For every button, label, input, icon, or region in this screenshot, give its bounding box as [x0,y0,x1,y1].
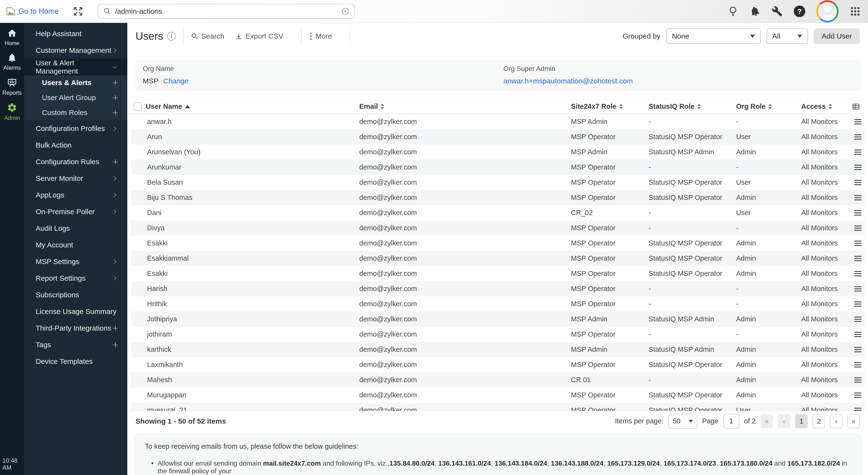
table-row[interactable]: myesuraj_21 demo@zylker.com MSP Operator… [131,403,865,411]
select-all-checkbox[interactable] [133,102,142,111]
row-menu-icon[interactable] [854,240,862,247]
add-user-button[interactable]: Add User [814,28,860,44]
search-button[interactable]: Search [191,32,224,40]
column-chooser-icon[interactable] [851,102,860,111]
table-row[interactable]: Arun demo@zylker.com MSP Operator Status… [131,129,865,145]
row-menu-icon[interactable] [854,361,862,369]
column-access[interactable]: Access [797,102,847,110]
rail-item-reports[interactable]: Reports [2,77,22,96]
sidebar-item-tags[interactable]: Tags + [24,336,127,353]
table-row[interactable]: Esakki demo@zylker.com MSP Operator Stat… [131,266,865,281]
column-org-role[interactable]: Org Role [732,102,797,110]
page-button-2[interactable]: 2 [812,414,825,428]
org-change-link[interactable]: Change [163,77,189,85]
table-row[interactable]: Esakkiammal demo@zylker.com MSP Operator… [131,251,865,266]
help-icon[interactable]: ? [794,5,805,17]
fullscreen-toggle-button[interactable] [72,6,84,17]
plus-icon[interactable]: + [113,323,118,333]
row-menu-icon[interactable] [854,407,862,411]
row-menu-icon[interactable] [854,376,862,384]
row-menu-icon[interactable] [854,163,862,171]
row-menu-icon[interactable] [854,270,862,278]
table-row[interactable]: Laxmikanth demo@zylker.com MSP Operator … [131,357,865,372]
column-site24x7-role[interactable]: Site24x7 Role [567,102,645,110]
row-menu-icon[interactable] [854,285,862,293]
table-row[interactable]: karthick demo@zylker.com MSP Admin Statu… [131,342,865,357]
row-menu-icon[interactable] [854,300,862,308]
apps-grid-icon[interactable] [850,6,861,17]
sidebar-item-customer-management[interactable]: Customer Management + [24,42,127,59]
sidebar-item-subscriptions[interactable]: Subscriptions + [24,286,127,303]
table-row[interactable]: jothiram demo@zylker.com MSP Operator - … [131,327,865,342]
column-user-name[interactable]: User Name [143,102,355,110]
sidebar-subitem-user-alert-group[interactable]: User Alert Group + [24,90,127,105]
sidebar-item-applogs[interactable]: AppLogs + [24,187,127,203]
info-icon[interactable]: i [167,32,176,40]
first-page-button[interactable]: « [761,414,773,428]
table-row[interactable]: Arunkumar demo@zylker.com MSP Operator -… [131,160,865,175]
table-row[interactable]: Mahesh demo@zylker.com CR 01 - Admin All… [131,372,865,387]
table-row[interactable]: Dani demo@zylker.com CR_02 - User All Mo… [131,205,865,220]
page-number-input[interactable] [723,414,739,429]
sidebar-item-license-usage-summary[interactable]: License Usage Summary + [24,303,127,320]
avatar[interactable] [816,0,839,23]
row-menu-icon[interactable] [854,194,862,201]
column-email[interactable]: Email [355,102,567,110]
table-row[interactable]: Harish demo@zylker.com MSP Operator - - … [131,281,865,296]
row-menu-icon[interactable] [854,330,862,338]
row-menu-icon[interactable] [854,179,862,186]
plus-icon[interactable]: + [113,78,118,88]
sidebar-item-configuration-profiles[interactable]: Configuration Profiles + [24,120,127,137]
table-row[interactable]: anwar.h demo@zylker.com MSP Admin - - Al… [131,114,865,129]
plus-icon[interactable]: + [113,157,118,167]
sidebar-subitem-users-alerts[interactable]: Users & Alerts + [24,75,127,90]
rail-item-admin[interactable]: Admin [4,102,20,121]
table-row[interactable]: Bela Susan demo@zylker.com MSP Operator … [131,175,865,190]
next-page-button[interactable]: › [830,414,842,428]
group-by-select[interactable]: None [666,28,761,44]
table-row[interactable]: Biju S Thomas demo@zylker.com MSP Operat… [131,190,865,205]
sidebar-item-report-settings[interactable]: Report Settings + [24,270,127,286]
plus-icon[interactable]: + [113,93,118,102]
table-row[interactable]: Murugappan demo@zylker.com MSP Operator … [131,387,865,403]
row-menu-icon[interactable] [854,133,862,141]
export-csv-button[interactable]: Export CSV [235,32,283,40]
table-row[interactable]: Jothipriya demo@zylker.com MSP Admin Sta… [131,312,865,327]
notifications-bell-icon[interactable] [749,6,761,17]
sidebar-item-third-party-integrations[interactable]: Third-Party Integrations + [24,320,127,336]
row-menu-icon[interactable] [854,148,862,156]
admin-tools-wrench-icon[interactable] [772,6,783,17]
table-row[interactable]: Hrithik demo@zylker.com MSP Operator - -… [131,296,865,312]
sidebar-item-server-monitor[interactable]: Server Monitor + [24,170,127,187]
global-search-input[interactable] [115,7,338,15]
plus-icon[interactable]: + [113,340,118,350]
clear-search-icon[interactable] [341,7,350,16]
page-button-1[interactable]: 1 [795,414,808,428]
row-menu-icon[interactable] [854,346,862,353]
sidebar-item-help-assistant[interactable]: Help Assistant + [24,25,127,42]
last-page-button[interactable]: » [847,414,860,428]
table-row[interactable]: Arunselvan (You) demo@zylker.com MSP Adm… [131,145,865,160]
rail-item-home[interactable]: Home [5,28,19,46]
row-menu-icon[interactable] [854,209,862,217]
sidebar-item-bulk-action[interactable]: Bulk Action + [24,137,127,153]
go-to-home-link[interactable]: Go to Home [5,6,59,17]
sidebar-item-user-alert-management[interactable]: User & Alert Management + [24,59,127,75]
items-per-page-select[interactable]: 50 [669,414,697,429]
column-statusiq-role[interactable]: StatusIQ Role [645,102,732,110]
row-menu-icon[interactable] [854,255,862,262]
rail-item-alarms[interactable]: Alarms [3,53,21,71]
table-row[interactable]: Esakki demo@zylker.com MSP Operator Stat… [131,235,865,251]
sidebar-item-on-premise-poller[interactable]: On-Premise Poller + [24,203,127,220]
table-row[interactable]: Divya demo@zylker.com MSP Operator - - A… [131,220,865,235]
more-button[interactable]: More [309,32,332,40]
sidebar-item-my-account[interactable]: My Account + [24,236,127,253]
org-super-admin-email[interactable]: anwar.h+mspautomation@zohotest.com [503,77,633,85]
row-menu-icon[interactable] [854,224,862,232]
plus-icon[interactable]: + [113,108,118,118]
sidebar-subitem-custom-roles[interactable]: Custom Roles + [24,105,127,120]
row-menu-icon[interactable] [854,391,862,399]
sidebar-item-device-templates[interactable]: Device Templates + [24,353,127,370]
sidebar-item-audit-logs[interactable]: Audit Logs + [24,220,127,236]
whats-new-lightbulb-icon[interactable] [728,5,738,17]
